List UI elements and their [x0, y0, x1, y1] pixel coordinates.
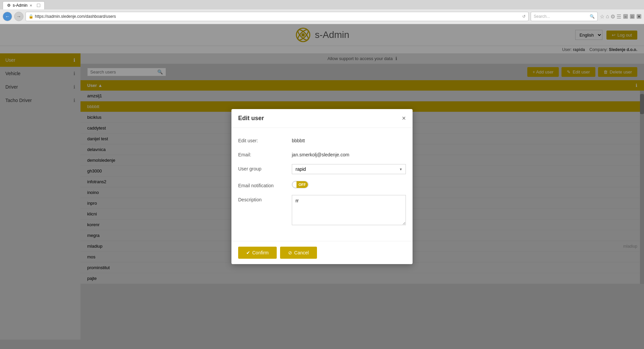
form-row-edit-user: Edit user: bbbbtt	[238, 136, 406, 143]
address-bar[interactable]: 🔒 https://sadmin.sledenje.com/dashboard/…	[25, 12, 529, 21]
browser-search-box[interactable]: Search... 🔍	[531, 12, 598, 21]
modal-title: Edit user	[238, 115, 264, 122]
email-notification-toggle[interactable]: OFF	[292, 181, 309, 188]
confirm-button[interactable]: ✔ Confirm	[238, 247, 277, 259]
address-icon: 🔒	[29, 14, 34, 19]
forward-btn[interactable]: →	[14, 12, 23, 21]
menu-icon[interactable]: ☰	[616, 13, 621, 20]
search-placeholder: Search...	[534, 14, 550, 19]
user-group-wrapper: rapidadminstandard	[292, 164, 406, 174]
modal-header: Edit user ×	[231, 109, 413, 128]
edit-user-modal: Edit user × Edit user: bbbbtt Email: jan…	[231, 109, 413, 264]
user-group-label: User group	[238, 164, 292, 171]
modal-close-button[interactable]: ×	[402, 114, 406, 122]
cancel-icon: ⊘	[288, 250, 292, 255]
browser-tab[interactable]: ⚙ s-Admin ✕ □	[3, 1, 45, 9]
edit-user-value: bbbbtt	[292, 136, 406, 143]
modal-footer: ✔ Confirm ⊘ Cancel	[231, 241, 413, 264]
back-btn[interactable]: ←	[3, 12, 12, 21]
modal-overlay: Edit user × Edit user: bbbbtt Email: jan…	[0, 24, 644, 349]
confirm-label: Confirm	[252, 250, 269, 255]
modal-body: Edit user: bbbbtt Email: jan.smerkolj@sl…	[231, 128, 413, 241]
description-textarea[interactable]: rr	[292, 195, 406, 225]
reload-icon[interactable]: ↺	[522, 14, 526, 19]
confirm-check-icon: ✔	[246, 250, 250, 255]
description-label: Description	[238, 195, 292, 202]
star-icon[interactable]: ☆	[600, 13, 604, 20]
toggle-track: OFF	[292, 181, 309, 188]
address-url: https://sadmin.sledenje.com/dashboard/us…	[35, 14, 116, 19]
home-icon[interactable]: ⌂	[606, 13, 609, 19]
tab-close-btn[interactable]: ✕	[30, 4, 32, 7]
cancel-label: Cancel	[294, 250, 309, 255]
settings-icon[interactable]: ⚙	[610, 13, 615, 20]
edit-user-label: Edit user:	[238, 136, 292, 143]
form-row-email: Email: jan.smerkolj@sledenje.com	[238, 150, 406, 157]
user-group-select-wrapper: rapidadminstandard	[292, 164, 406, 174]
restore-btn[interactable]: □	[630, 14, 635, 19]
tab-bar: ⚙ s-Admin ✕ □	[0, 0, 644, 9]
close-window-btn[interactable]: ✕	[637, 14, 641, 19]
description-field-wrapper: rr	[292, 195, 406, 226]
search-icon[interactable]: 🔍	[590, 14, 595, 19]
tab-favicon: ⚙	[7, 3, 11, 8]
toggle-wrapper: OFF	[292, 181, 309, 188]
toggle-label: OFF	[297, 181, 308, 188]
form-row-user-group: User group rapidadminstandard	[238, 164, 406, 174]
email-value: jan.smerkolj@sledenje.com	[292, 150, 406, 157]
browser-icons: ☆ ⌂ ⚙ ☰	[600, 13, 621, 20]
browser-chrome: ⚙ s-Admin ✕ □ ← → 🔒 https://sadmin.slede…	[0, 0, 644, 24]
minimize-btn[interactable]: –	[623, 14, 628, 19]
email-label: Email:	[238, 150, 292, 157]
form-row-email-notification: Email notification OFF	[238, 181, 406, 188]
cancel-button[interactable]: ⊘ Cancel	[280, 247, 317, 259]
tab-new-btn[interactable]: □	[37, 2, 40, 8]
email-notification-label: Email notification	[238, 181, 292, 188]
tab-label: s-Admin	[13, 3, 28, 8]
form-row-description: Description rr	[238, 195, 406, 226]
page: s-Admin English ↩ Log out User: rapida C…	[0, 24, 644, 349]
user-group-select[interactable]: rapidadminstandard	[292, 164, 406, 174]
browser-toolbar: ← → 🔒 https://sadmin.sledenje.com/dashbo…	[0, 9, 644, 24]
